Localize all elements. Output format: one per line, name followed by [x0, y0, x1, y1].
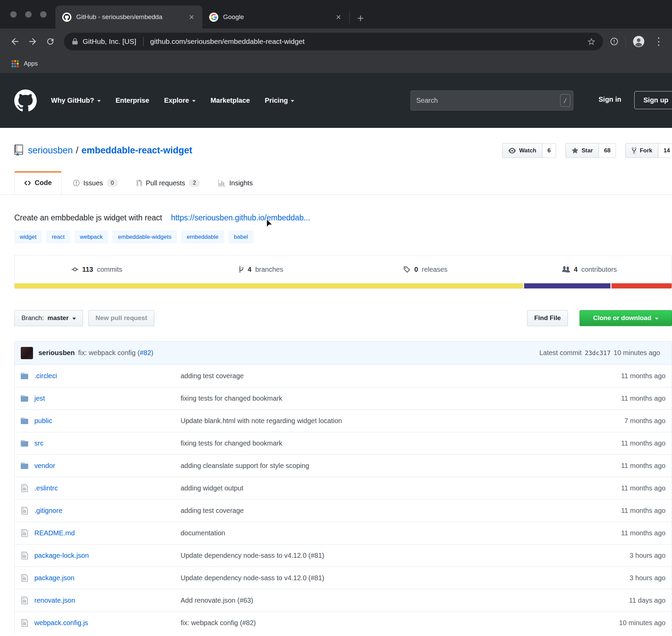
commit-message[interactable]: fix: webpack config (	[78, 349, 140, 357]
commit-message-link[interactable]: fix: webpack config (#82)	[181, 619, 585, 627]
window-zoom-button[interactable]	[40, 11, 47, 18]
stat-value: 113	[82, 266, 93, 273]
commit-message-link[interactable]: Update blank.html with note regarding wi…	[181, 417, 585, 425]
commit-message-link[interactable]: adding cleanslate support for style scop…	[181, 462, 585, 470]
repo-website-link[interactable]: https://seriousben.github.io/embeddab...	[171, 213, 310, 222]
file-link[interactable]: README.md	[34, 529, 181, 537]
file-link[interactable]: public	[34, 417, 181, 425]
file-link[interactable]: webpack.config.js	[34, 619, 181, 627]
file-age: 11 months ago	[585, 372, 672, 380]
fork-count[interactable]: 14	[658, 143, 672, 158]
search-input[interactable]	[416, 97, 560, 104]
topic-tag[interactable]: babel	[229, 231, 254, 244]
topic-tags: widget react webpack embeddable-widgets …	[14, 231, 672, 244]
window-minimize-button[interactable]	[25, 11, 32, 18]
file-link[interactable]: .circleci	[34, 372, 181, 380]
new-tab-button[interactable]: +	[350, 12, 371, 24]
branch-selector-button[interactable]: Branch: master	[14, 310, 83, 326]
stat-branches[interactable]: 4 branches	[179, 266, 343, 273]
tab-pull-requests[interactable]: Pull requests 2	[130, 171, 207, 195]
profile-avatar-icon[interactable]	[633, 35, 645, 48]
file-age: 3 hours ago	[585, 552, 672, 559]
stat-contributors[interactable]: 4 contributors	[507, 266, 672, 273]
commit-author-link[interactable]: seriousben	[38, 349, 75, 357]
commit-message-link[interactable]: fixing tests for changed bookmark	[181, 395, 585, 402]
commit-message-link[interactable]: Add renovate.json (#63)	[181, 597, 585, 604]
nav-pricing[interactable]: Pricing	[265, 97, 295, 104]
watch-button[interactable]: Watch	[502, 143, 542, 158]
stat-label: releases	[422, 266, 448, 273]
topic-tag[interactable]: embeddable	[181, 231, 224, 244]
file-link[interactable]: .gitignore	[34, 507, 181, 515]
sign-in-link[interactable]: Sign in	[599, 96, 621, 103]
file-link[interactable]: .eslintrc	[34, 484, 181, 492]
new-pull-request-button[interactable]: New pull request	[88, 310, 154, 326]
file-link[interactable]: jest	[34, 395, 181, 402]
pull-request-icon	[136, 179, 142, 187]
file-link[interactable]: vendor	[34, 462, 181, 470]
tab-issues[interactable]: Issues 0	[66, 171, 125, 195]
file-link[interactable]: renovate.json	[34, 597, 181, 604]
nav-marketplace[interactable]: Marketplace	[211, 97, 250, 104]
topic-tag[interactable]: embeddable-widgets	[113, 231, 177, 244]
commit-message-link[interactable]: fixing tests for changed bookmark	[181, 439, 585, 447]
browser-tab-github[interactable]: GitHub - seriousben/embedda ×	[55, 5, 202, 29]
file-link[interactable]: src	[34, 439, 181, 447]
stat-releases[interactable]: 0 releases	[343, 266, 507, 273]
star-count[interactable]: 68	[599, 143, 616, 158]
find-file-button[interactable]: Find File	[527, 310, 568, 326]
language-bar[interactable]	[15, 283, 672, 288]
commit-message-link[interactable]: Update dependency node-sass to v4.12.0 (…	[181, 552, 585, 559]
sign-up-button[interactable]: Sign up	[634, 91, 672, 109]
nav-enterprise[interactable]: Enterprise	[116, 97, 149, 104]
tab-close-icon[interactable]: ×	[188, 13, 196, 21]
commit-message-link[interactable]: documentation	[181, 529, 585, 537]
file-link[interactable]: package.json	[34, 574, 181, 582]
apps-bookmark[interactable]: Apps	[24, 60, 38, 67]
commit-message-link[interactable]: adding test coverage	[181, 372, 585, 380]
commit-sha-link[interactable]: 23dc317	[585, 349, 610, 356]
repo-owner-link[interactable]: seriousben	[28, 145, 73, 155]
commit-message-link[interactable]: adding test coverage	[181, 507, 585, 515]
back-button[interactable]	[6, 36, 24, 47]
star-button[interactable]: Star	[566, 143, 599, 158]
address-bar[interactable]: GitHub, Inc. [US] github.com/seriousben/…	[64, 33, 603, 50]
file-icon	[15, 551, 34, 560]
fork-button[interactable]: Fork	[625, 143, 658, 158]
stat-value: 4	[248, 266, 251, 273]
github-nav: Why GitHub? Enterprise Explore Marketpla…	[51, 97, 294, 104]
stat-commits[interactable]: 113 commits	[15, 266, 179, 273]
folder-icon	[15, 439, 34, 448]
commit-icon	[71, 266, 79, 273]
clone-or-download-button[interactable]: Clone or download	[579, 310, 672, 326]
tab-code[interactable]: Code	[14, 171, 62, 195]
certificate-label[interactable]: GitHub, Inc. [US]	[83, 37, 136, 46]
avatar[interactable]	[21, 347, 33, 359]
topic-tag[interactable]: react	[46, 231, 70, 244]
forward-button[interactable]	[24, 36, 41, 47]
url-text[interactable]: github.com/seriousben/embeddable-react-w…	[150, 37, 583, 46]
tab-close-icon[interactable]: ×	[335, 13, 342, 21]
github-logo-icon[interactable]	[14, 89, 37, 112]
tab-insights[interactable]: Insights	[212, 172, 259, 195]
topic-tag[interactable]: webpack	[74, 231, 108, 244]
nav-explore[interactable]: Explore	[164, 97, 196, 104]
refresh-button[interactable]	[41, 37, 59, 46]
topic-tag[interactable]: widget	[14, 231, 42, 244]
watch-count[interactable]: 6	[542, 143, 556, 158]
commit-message-link[interactable]: Update dependency node-sass to v4.12.0 (…	[181, 574, 585, 582]
table-row: src fixing tests for changed bookmark 11…	[15, 432, 672, 454]
window-close-button[interactable]	[10, 11, 17, 18]
browser-tab-google[interactable]: Google ×	[202, 5, 349, 29]
toolbar-divider	[625, 36, 626, 47]
github-search[interactable]: /	[410, 90, 573, 111]
nav-why-github[interactable]: Why GitHub?	[51, 97, 101, 104]
graph-icon	[218, 180, 225, 187]
info-icon[interactable]	[610, 37, 619, 46]
bookmark-star-icon[interactable]	[587, 37, 595, 46]
file-link[interactable]: package-lock.json	[34, 552, 181, 559]
commit-message-link[interactable]: adding widget output	[181, 484, 585, 492]
commit-issue-link[interactable]: #82	[140, 349, 151, 357]
browser-menu-icon[interactable]: ⋮	[652, 35, 666, 47]
repo-name-link[interactable]: embeddable-react-widget	[82, 145, 192, 155]
